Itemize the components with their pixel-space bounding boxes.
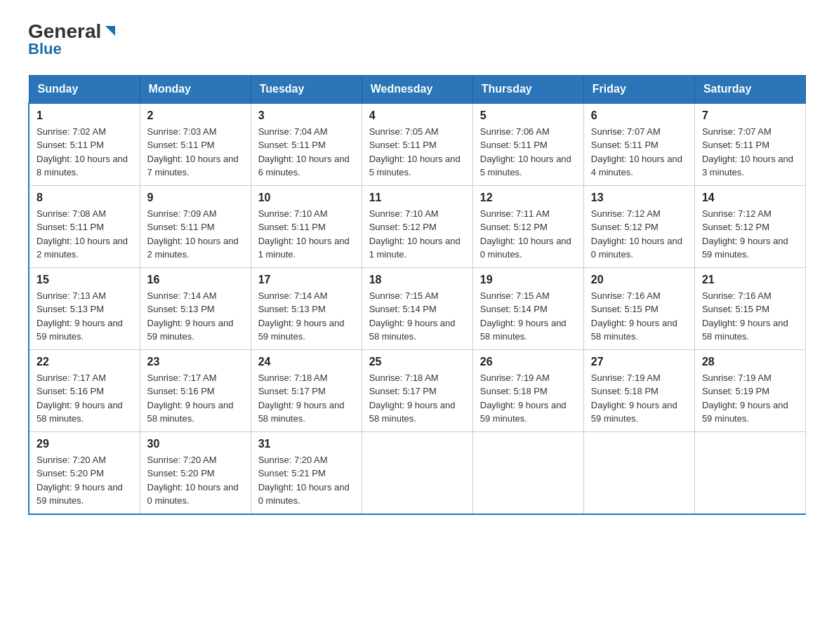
calendar-week-row: 15 Sunrise: 7:13 AMSunset: 5:13 PMDaylig… (29, 267, 806, 349)
day-info: Sunrise: 7:03 AMSunset: 5:11 PMDaylight:… (147, 126, 239, 178)
day-number: 8 (37, 192, 133, 204)
calendar-day-cell: 12 Sunrise: 7:11 AMSunset: 5:12 PMDaylig… (472, 185, 583, 267)
calendar-header-tuesday: Tuesday (251, 75, 362, 103)
day-info: Sunrise: 7:10 AMSunset: 5:12 PMDaylight:… (369, 208, 461, 260)
calendar-day-cell: 6 Sunrise: 7:07 AMSunset: 5:11 PMDayligh… (583, 103, 694, 186)
calendar-day-cell: 27 Sunrise: 7:19 AMSunset: 5:18 PMDaylig… (583, 349, 694, 431)
calendar-header-friday: Friday (583, 75, 694, 103)
logo-blue: Blue (28, 40, 62, 58)
calendar-day-cell: 7 Sunrise: 7:07 AMSunset: 5:11 PMDayligh… (694, 103, 805, 186)
day-number: 7 (702, 109, 798, 122)
calendar-day-cell: 11 Sunrise: 7:10 AMSunset: 5:12 PMDaylig… (362, 185, 472, 267)
day-info: Sunrise: 7:13 AMSunset: 5:13 PMDaylight:… (37, 290, 123, 342)
calendar-day-cell: 26 Sunrise: 7:19 AMSunset: 5:18 PMDaylig… (472, 349, 583, 431)
day-info: Sunrise: 7:20 AMSunset: 5:20 PMDaylight:… (37, 455, 123, 507)
day-number: 27 (591, 356, 687, 368)
calendar-day-cell: 3 Sunrise: 7:04 AMSunset: 5:11 PMDayligh… (251, 103, 362, 186)
day-number: 18 (369, 274, 465, 286)
calendar-day-cell: 14 Sunrise: 7:12 AMSunset: 5:12 PMDaylig… (694, 185, 805, 267)
day-info: Sunrise: 7:09 AMSunset: 5:11 PMDaylight:… (147, 208, 239, 260)
calendar-day-cell: 19 Sunrise: 7:15 AMSunset: 5:14 PMDaylig… (472, 267, 583, 349)
day-info: Sunrise: 7:20 AMSunset: 5:20 PMDaylight:… (147, 455, 239, 507)
calendar-day-cell: 25 Sunrise: 7:18 AMSunset: 5:17 PMDaylig… (362, 349, 472, 431)
calendar-day-cell: 30 Sunrise: 7:20 AMSunset: 5:20 PMDaylig… (140, 431, 251, 514)
day-info: Sunrise: 7:15 AMSunset: 5:14 PMDaylight:… (369, 290, 456, 342)
day-info: Sunrise: 7:07 AMSunset: 5:11 PMDaylight:… (591, 126, 682, 178)
day-number: 17 (258, 274, 355, 286)
day-info: Sunrise: 7:07 AMSunset: 5:11 PMDaylight:… (702, 126, 793, 178)
day-number: 24 (258, 356, 355, 368)
day-number: 16 (147, 274, 244, 286)
day-number: 15 (37, 274, 133, 286)
day-info: Sunrise: 7:17 AMSunset: 5:16 PMDaylight:… (147, 373, 234, 424)
calendar-day-cell: 15 Sunrise: 7:13 AMSunset: 5:13 PMDaylig… (29, 267, 140, 349)
day-number: 13 (591, 192, 687, 204)
calendar-day-cell: 24 Sunrise: 7:18 AMSunset: 5:17 PMDaylig… (251, 349, 362, 431)
calendar-header-thursday: Thursday (472, 75, 583, 103)
day-info: Sunrise: 7:16 AMSunset: 5:15 PMDaylight:… (591, 290, 677, 342)
day-number: 11 (369, 192, 465, 204)
day-number: 5 (480, 109, 576, 122)
day-number: 20 (591, 274, 687, 286)
calendar-week-row: 8 Sunrise: 7:08 AMSunset: 5:11 PMDayligh… (29, 185, 806, 267)
day-info: Sunrise: 7:18 AMSunset: 5:17 PMDaylight:… (258, 373, 345, 424)
day-info: Sunrise: 7:06 AMSunset: 5:11 PMDaylight:… (480, 126, 571, 178)
day-number: 29 (37, 438, 133, 450)
calendar-day-cell (362, 431, 472, 514)
calendar-day-cell: 17 Sunrise: 7:14 AMSunset: 5:13 PMDaylig… (251, 267, 362, 349)
calendar-day-cell: 31 Sunrise: 7:20 AMSunset: 5:21 PMDaylig… (251, 431, 362, 514)
calendar-week-row: 29 Sunrise: 7:20 AMSunset: 5:20 PMDaylig… (29, 431, 806, 514)
day-number: 19 (480, 274, 576, 286)
day-number: 23 (147, 356, 244, 368)
calendar-day-cell: 8 Sunrise: 7:08 AMSunset: 5:11 PMDayligh… (29, 185, 140, 267)
day-number: 25 (369, 356, 465, 368)
day-number: 10 (258, 192, 355, 204)
day-number: 12 (480, 192, 576, 204)
calendar-day-cell: 1 Sunrise: 7:02 AMSunset: 5:11 PMDayligh… (29, 103, 140, 186)
calendar-day-cell: 23 Sunrise: 7:17 AMSunset: 5:16 PMDaylig… (140, 349, 251, 431)
calendar-day-cell: 21 Sunrise: 7:16 AMSunset: 5:15 PMDaylig… (694, 267, 805, 349)
day-info: Sunrise: 7:11 AMSunset: 5:12 PMDaylight:… (480, 208, 571, 260)
day-info: Sunrise: 7:18 AMSunset: 5:17 PMDaylight:… (369, 373, 456, 424)
calendar-header-row: SundayMondayTuesdayWednesdayThursdayFrid… (29, 75, 806, 103)
calendar-header-wednesday: Wednesday (362, 75, 472, 103)
day-info: Sunrise: 7:10 AMSunset: 5:11 PMDaylight:… (258, 208, 350, 260)
day-info: Sunrise: 7:12 AMSunset: 5:12 PMDaylight:… (702, 208, 788, 260)
day-info: Sunrise: 7:19 AMSunset: 5:19 PMDaylight:… (702, 373, 788, 424)
day-number: 4 (369, 109, 465, 122)
day-number: 3 (258, 109, 355, 122)
calendar-day-cell: 16 Sunrise: 7:14 AMSunset: 5:13 PMDaylig… (140, 267, 251, 349)
svg-marker-0 (105, 26, 115, 36)
day-info: Sunrise: 7:15 AMSunset: 5:14 PMDaylight:… (480, 290, 567, 342)
day-number: 30 (147, 438, 244, 450)
day-number: 2 (147, 109, 244, 122)
calendar-day-cell: 9 Sunrise: 7:09 AMSunset: 5:11 PMDayligh… (140, 185, 251, 267)
calendar-day-cell: 4 Sunrise: 7:05 AMSunset: 5:11 PMDayligh… (362, 103, 472, 186)
calendar-header-saturday: Saturday (694, 75, 805, 103)
day-number: 31 (258, 438, 355, 450)
logo-triangle-icon (102, 23, 118, 39)
day-number: 9 (147, 192, 244, 204)
day-info: Sunrise: 7:02 AMSunset: 5:11 PMDaylight:… (37, 126, 128, 178)
day-number: 14 (702, 192, 798, 204)
calendar-day-cell: 28 Sunrise: 7:19 AMSunset: 5:19 PMDaylig… (694, 349, 805, 431)
day-info: Sunrise: 7:05 AMSunset: 5:11 PMDaylight:… (369, 126, 461, 178)
calendar-day-cell: 29 Sunrise: 7:20 AMSunset: 5:20 PMDaylig… (29, 431, 140, 514)
day-number: 22 (37, 356, 133, 368)
day-info: Sunrise: 7:20 AMSunset: 5:21 PMDaylight:… (258, 455, 350, 507)
calendar-header-monday: Monday (140, 75, 251, 103)
day-info: Sunrise: 7:08 AMSunset: 5:11 PMDaylight:… (37, 208, 128, 260)
calendar-day-cell (583, 431, 694, 514)
calendar-day-cell: 13 Sunrise: 7:12 AMSunset: 5:12 PMDaylig… (583, 185, 694, 267)
day-number: 26 (480, 356, 576, 368)
day-info: Sunrise: 7:19 AMSunset: 5:18 PMDaylight:… (480, 373, 567, 424)
day-info: Sunrise: 7:14 AMSunset: 5:13 PMDaylight:… (258, 290, 345, 342)
day-info: Sunrise: 7:17 AMSunset: 5:16 PMDaylight:… (37, 373, 123, 424)
calendar-day-cell: 2 Sunrise: 7:03 AMSunset: 5:11 PMDayligh… (140, 103, 251, 186)
calendar-day-cell: 20 Sunrise: 7:16 AMSunset: 5:15 PMDaylig… (583, 267, 694, 349)
day-info: Sunrise: 7:16 AMSunset: 5:15 PMDaylight:… (702, 290, 788, 342)
calendar-week-row: 1 Sunrise: 7:02 AMSunset: 5:11 PMDayligh… (29, 103, 806, 186)
day-info: Sunrise: 7:04 AMSunset: 5:11 PMDaylight:… (258, 126, 350, 178)
day-info: Sunrise: 7:12 AMSunset: 5:12 PMDaylight:… (591, 208, 682, 260)
calendar-day-cell: 5 Sunrise: 7:06 AMSunset: 5:11 PMDayligh… (472, 103, 583, 186)
